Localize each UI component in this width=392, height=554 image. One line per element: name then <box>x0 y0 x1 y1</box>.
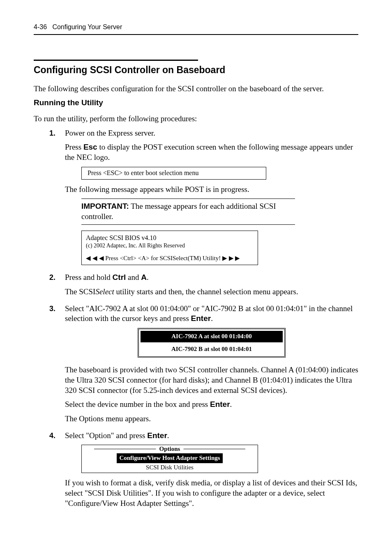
chapter-title: Configuring Your Server <box>52 23 122 30</box>
boot-message-box: Press <ESC> to enter boot selection menu <box>81 167 266 180</box>
step-1: 1. Power on the Express server. Press Es… <box>34 128 358 270</box>
step4-line1: Select "Option" and press Enter. <box>65 431 358 441</box>
options-menu: Options Configure/View Host Adapter Sett… <box>81 445 258 473</box>
step-body: Select "AIC-7902 A at slot 00 01:04:00" … <box>65 304 358 428</box>
boot-message-text: Press <ESC> to enter boot selection menu <box>88 169 198 176</box>
step4-para2: If you wish to format a disk, verify dis… <box>65 478 358 508</box>
bios-line3: ◀ ◀ ◀ Press <Ctrl> <A> for SCSISelect(TM… <box>86 254 254 262</box>
important-label: IMPORTANT: <box>81 202 129 210</box>
step1-line1: Power on the Express server. <box>65 128 358 138</box>
step-body: Select "Option" and press Enter. Options… <box>65 431 358 513</box>
section-rule <box>34 60 198 61</box>
step-number: 3. <box>49 304 65 314</box>
options-title-row: Options <box>82 445 258 452</box>
channel-b[interactable]: AIC-7902 B at slot 00 01:04:01 <box>141 344 283 355</box>
step-3: 3. Select "AIC-7902 A at slot 00 01:04:0… <box>34 304 358 428</box>
step2-line1: Press and hold Ctrl and A. <box>65 272 358 283</box>
step1-line3: The following message appears while POST… <box>65 185 358 195</box>
key-enter: Enter <box>147 431 167 440</box>
channel-a-selected[interactable]: AIC-7902 A at slot 00 01:04:00 <box>141 331 283 342</box>
important-note: IMPORTANT: The message appears for each … <box>81 199 295 224</box>
step1-line2: Press Esc to display the POST execution … <box>65 142 358 162</box>
italic-select: Select <box>95 287 114 296</box>
channel-selection-menu: AIC-7902 A at slot 00 01:04:00 AIC-7902 … <box>138 328 286 358</box>
section-heading: Configuring SCSI Controller on Baseboard <box>34 64 358 76</box>
section-intro: The following describes configuration fo… <box>34 84 358 94</box>
step-body: Press and hold Ctrl and A. The SCSISelec… <box>65 272 358 301</box>
subsection-heading: Running the Utility <box>34 98 358 108</box>
key-enter: Enter <box>191 314 211 323</box>
page-number: 4-36 <box>34 23 47 30</box>
step-number: 2. <box>49 273 65 282</box>
step3-para3: Select the device number in the box and … <box>65 399 358 410</box>
key-enter: Enter <box>210 400 230 409</box>
key-a: A <box>141 273 147 282</box>
running-header: 4-36 Configuring Your Server <box>34 23 358 35</box>
step-4: 4. Select "Option" and press Enter. Opti… <box>34 431 358 513</box>
step3-para4: The Options menu appears. <box>65 414 358 424</box>
step2-line2: The SCSISelect utility starts and then, … <box>65 287 358 297</box>
bios-line1: Adaptec SCSI BIOS v4.10 <box>86 233 254 242</box>
step-number: 4. <box>49 431 65 441</box>
options-item[interactable]: SCSI Disk Utilities <box>82 463 258 473</box>
step-2: 2. Press and hold Ctrl and A. The SCSISe… <box>34 272 358 301</box>
key-ctrl: Ctrl <box>113 273 126 282</box>
step3-line1: Select "AIC-7902 A at slot 00 01:04:00" … <box>65 304 358 324</box>
step-number: 1. <box>49 129 65 138</box>
options-item-selected[interactable]: Configure/View Host Adapter Settings <box>117 453 222 463</box>
step-body: Power on the Express server. Press Esc t… <box>65 128 358 270</box>
page: 4-36 Configuring Your Server Configuring… <box>0 0 392 554</box>
key-esc: Esc <box>83 143 97 151</box>
subsection-intro: To run the utility, perform the followin… <box>34 114 358 124</box>
bios-message-box: Adaptec SCSI BIOS v4.10 (c) 2002 Adaptec… <box>81 231 258 265</box>
options-title: Options <box>156 445 184 453</box>
bios-line2: (c) 2002 Adaptec, Inc. All Rights Reserv… <box>86 242 254 250</box>
step3-para2: The baseboard is provided with two SCSI … <box>65 365 358 395</box>
